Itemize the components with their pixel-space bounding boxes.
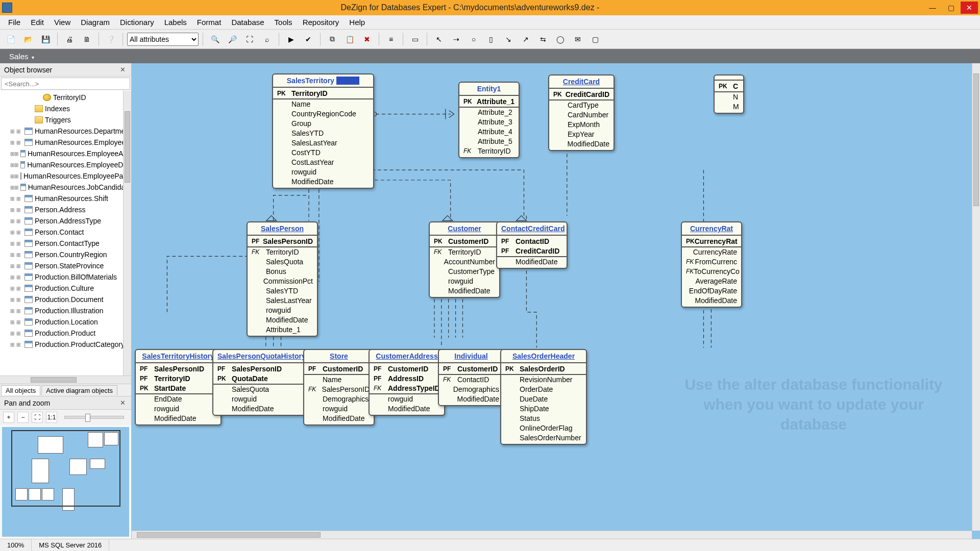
tree-table-node[interactable]: ⊞⊞Production.Location [0,316,131,328]
expand-icon[interactable]: ⊞ [10,241,16,246]
menu-database[interactable]: Database [226,16,269,29]
pz-slider[interactable] [64,416,124,419]
expand-icon[interactable]: ⊞ [14,162,18,168]
tree-table-node[interactable]: ⊞⊞HumanResources.EmployeePayH [0,170,131,182]
pointer-tool[interactable]: ↖ [431,32,447,47]
expand-icon[interactable]: ⊞ [10,151,14,157]
entity-customerAddress[interactable]: CustomerAddressPFCustomerIDPFAddressIDFK… [369,349,445,416]
paste-button[interactable]: 📋 [342,32,357,47]
entity-customer[interactable]: CustomerPKCustomerIDFKTerritoryIDAccount… [429,221,500,298]
expand-icon[interactable]: ⊞ [10,230,16,235]
expand-icon[interactable]: ⊞ [16,286,22,291]
tree-table-node[interactable]: ⊞⊞HumanResources.Department [0,126,131,137]
entity-tool-button[interactable]: ▭ [407,32,423,47]
expand-icon[interactable]: ⊞ [10,196,16,202]
tree-node[interactable]: Triggers [0,114,131,126]
zoom-100-button[interactable]: ⌕ [259,32,275,47]
expand-icon[interactable]: ⊞ [10,331,16,336]
tree-table-node[interactable]: ⊞⊞Person.StateProvince [0,260,131,271]
expand-icon[interactable]: ⊞ [14,185,18,190]
menu-view[interactable]: View [49,16,76,29]
tab-sales[interactable]: Sales▾ [5,50,38,63]
expand-icon[interactable]: ⊞ [10,207,16,213]
relation-tool-5[interactable]: ↗ [518,32,533,47]
entity-salesTerritory[interactable]: SalesTerritoryXPKTerritoryIDNameCountryR… [272,73,374,189]
expand-icon[interactable]: ⊞ [16,331,22,336]
tree-table-node[interactable]: ⊞⊞HumanResources.EmployeeAdd [0,148,131,159]
expand-icon[interactable]: ⊞ [16,129,22,134]
tree-table-node[interactable]: ⊞⊞HumanResources.EmployeeDep [0,159,131,170]
zoom-in-button[interactable]: 🔍 [207,32,223,47]
entity-creditCard[interactable]: CreditCardPKCreditCardIDCardTypeCardNumb… [548,74,615,151]
expand-icon[interactable]: ⊞ [10,173,14,179]
expand-icon[interactable]: ⊞ [10,319,16,325]
tree-table-node[interactable]: ⊞⊞Person.CountryRegion [0,249,131,260]
pz-minimap[interactable] [2,427,129,537]
expand-icon[interactable]: ⊞ [16,140,22,145]
validate-button[interactable]: ▶ [283,32,299,47]
relation-tool-2[interactable]: ○ [466,32,481,47]
pz-zoom-out[interactable]: − [17,412,29,423]
expand-icon[interactable]: ⊞ [16,207,22,213]
expand-icon[interactable]: ⊞ [10,218,16,224]
expand-icon[interactable]: ⊞ [10,342,16,347]
expand-icon[interactable]: ⊞ [10,274,16,280]
tree-table-node[interactable]: ⊞⊞Production.ProductCategory [0,339,131,350]
diagram-canvas[interactable]: Use the alter database functionality whe… [132,63,980,539]
pan-zoom-close[interactable]: ✕ [118,398,127,408]
expand-icon[interactable]: ⊞ [10,140,16,145]
pz-fit[interactable]: ⛶ [32,412,43,423]
menu-edit[interactable]: Edit [26,16,49,29]
print-preview-button[interactable]: 🗎 [79,32,94,47]
entity-salesPerson[interactable]: SalesPersonPFSalesPersonIDFKTerritoryIDS… [247,221,318,337]
tree-table-node[interactable]: ⊞⊞Production.Culture [0,283,131,294]
object-browser-tab[interactable]: All objects [1,385,40,395]
tree-table-node[interactable]: ⊞⊞Production.Document [0,294,131,305]
tree-table-node[interactable]: ⊞⊞HumanResources.Shift [0,193,131,204]
tree-scrollbar-vertical[interactable] [123,91,131,375]
save-button[interactable]: 💾 [38,32,53,47]
expand-icon[interactable]: ⊞ [10,129,16,134]
expand-icon[interactable]: ⊞ [10,162,14,168]
expand-icon[interactable]: ⊞ [10,185,14,190]
zoom-out-button[interactable]: 🔎 [225,32,240,47]
object-browser-close[interactable]: ✕ [118,65,127,74]
entity-salesOrderHeader[interactable]: SalesOrderHeaderPKSalesOrderIDRevisionNu… [500,349,587,445]
tree-node[interactable]: TerritoryID [0,92,131,103]
entity-individual[interactable]: IndividualPFCustomerIDFKContactIDDemogra… [438,349,504,406]
relation-tool-4[interactable]: ↘ [501,32,516,47]
entity-currencyRate[interactable]: CurrencyRatPKCurrencyRatCurrencyRateFKFr… [681,221,742,308]
expand-icon[interactable]: ⊞ [16,230,22,235]
expand-icon[interactable]: ⊞ [10,308,16,314]
new-button[interactable]: 📄 [3,32,18,47]
object-tree[interactable]: TerritoryIDIndexesTriggers⊞⊞HumanResourc… [0,91,131,375]
delete-button[interactable]: ✖ [359,32,375,47]
tree-table-node[interactable]: ⊞⊞Person.Contact [0,227,131,238]
expand-icon[interactable]: ⊞ [16,218,22,224]
tree-scrollbar-horizontal[interactable] [0,375,131,384]
entity-salesTerritoryHistory[interactable]: SalesTerritoryHistoryPFSalesPersonIDPFTe… [135,349,222,425]
expand-icon[interactable]: ⊞ [10,263,16,269]
maximize-button[interactable]: ▢ [942,2,960,14]
expand-icon[interactable]: ⊞ [16,196,22,202]
entity-store[interactable]: StorePFCustomerIDNameFKSalesPersonIDDemo… [303,349,375,425]
canvas-scrollbar-horizontal[interactable] [132,531,972,539]
attributes-combo[interactable]: All attributes [127,33,199,46]
expand-icon[interactable]: ⊞ [16,241,22,246]
entity-entity1[interactable]: Entity1PKAttribute_1Attribute_2Attribute… [458,82,520,158]
menu-help[interactable]: Help [344,16,370,29]
entity-partial1[interactable]: PKCNM [714,74,744,114]
expand-icon[interactable]: ⊞ [16,274,22,280]
tree-table-node[interactable]: ⊞⊞HumanResources.Employee [0,137,131,148]
expand-icon[interactable]: ⊞ [16,308,22,314]
minimize-button[interactable]: — [924,2,941,14]
image-tool[interactable]: ✉ [570,32,585,47]
help-button[interactable]: ❔ [103,32,118,47]
tree-table-node[interactable]: ⊞⊞Person.AddressType [0,215,131,227]
canvas-scrollbar-vertical[interactable] [972,63,980,531]
expand-icon[interactable]: ⊞ [10,252,16,258]
check-button[interactable]: ✔ [301,32,316,47]
tree-table-node[interactable]: ⊞⊞Person.Address [0,204,131,215]
relation-tool-3[interactable]: ▯ [483,32,499,47]
print-button[interactable]: 🖨 [62,32,77,47]
